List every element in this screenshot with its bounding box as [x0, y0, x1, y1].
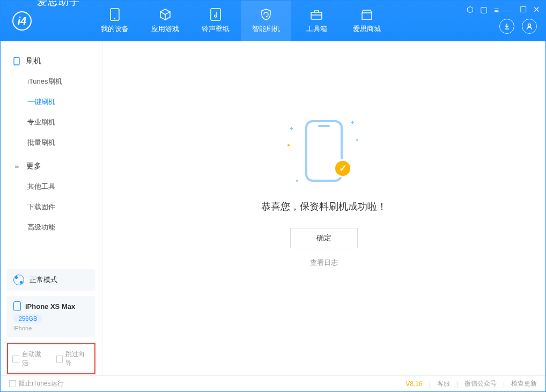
app-header: i4 爱思助手 www.i4.cn 我的设备 应用游戏 铃声壁纸 智能刷机 工具… [1, 1, 545, 41]
mode-label: 正常模式 [29, 275, 57, 285]
section-title: 刷机 [26, 56, 41, 66]
svg-rect-6 [14, 57, 19, 65]
shirt-icon[interactable]: ⬡ [467, 5, 474, 14]
app-name: 爱思助手 [37, 0, 80, 41]
sparkle-icon [351, 121, 354, 124]
tab-label: 铃声壁纸 [202, 24, 230, 34]
checkmark-badge-icon: ✓ [334, 159, 352, 177]
nav-tabs: 我的设备 应用游戏 铃声壁纸 智能刷机 工具箱 爱思商城 [90, 1, 392, 41]
tab-apps-games[interactable]: 应用游戏 [140, 1, 190, 41]
feedback-icon[interactable]: ▢ [480, 5, 488, 14]
refresh-shield-icon [259, 8, 274, 21]
close-icon[interactable]: ✕ [533, 5, 540, 14]
sidebar-item-other-tools[interactable]: 其他工具 [1, 176, 102, 197]
svg-rect-3 [311, 12, 322, 19]
tab-my-device[interactable]: 我的设备 [90, 1, 140, 41]
device-storage: 256GB [13, 314, 42, 323]
sparkle-icon [290, 127, 293, 130]
logo-icon: i4 [12, 11, 32, 31]
options-highlighted-row: 自动激活 跳过向导 [7, 343, 95, 374]
tab-label: 工具箱 [306, 24, 327, 34]
tab-smart-flash[interactable]: 智能刷机 [241, 1, 291, 41]
checkbox-label: 自动激活 [22, 350, 47, 368]
checkbox-icon [56, 356, 63, 363]
svg-rect-2 [211, 9, 220, 20]
skip-guide-checkbox[interactable]: 跳过向导 [56, 350, 91, 368]
ok-button[interactable]: 确定 [290, 228, 358, 248]
cube-icon [158, 8, 173, 21]
dot-icon [296, 180, 298, 182]
tab-label: 应用游戏 [151, 24, 179, 34]
sidebar-section-more: ≡ 更多 [1, 156, 102, 176]
sidebar: 刷机 iTunes刷机 一键刷机 专业刷机 批量刷机 ≡ 更多 其他工具 下载固… [1, 41, 102, 375]
sidebar-item-itunes-flash[interactable]: iTunes刷机 [1, 71, 102, 92]
tab-toolbox[interactable]: 工具箱 [291, 1, 342, 41]
checkbox-icon [9, 380, 16, 387]
logo-area: i4 爱思助手 www.i4.cn [1, 0, 90, 47]
auto-activate-checkbox[interactable]: 自动激活 [12, 350, 47, 368]
tab-store[interactable]: 爱思商城 [342, 1, 392, 41]
device-name: iPhone XS Max [25, 302, 75, 310]
success-message: 恭喜您，保资料刷机成功啦！ [261, 200, 387, 213]
checkbox-label: 跳过向导 [65, 350, 90, 368]
menu-icon[interactable]: ≡ [494, 5, 499, 14]
toolbox-icon [309, 8, 324, 21]
device-box[interactable]: iPhone XS Max 256GB iPhone [7, 296, 95, 337]
dot-icon [287, 144, 290, 146]
tab-ringtones[interactable]: 铃声壁纸 [190, 1, 241, 41]
footer: 阻止iTunes运行 V8.16 | 客服 | 微信公众号 | 检查更新 [1, 375, 545, 391]
device-type: iPhone [13, 325, 89, 331]
success-illustration: ✓ [286, 117, 361, 187]
minimize-icon[interactable]: — [505, 5, 513, 14]
check-update-link[interactable]: 检查更新 [511, 379, 537, 388]
store-icon [359, 8, 374, 21]
version-label: V8.16 [405, 380, 422, 388]
header-actions [499, 19, 537, 34]
maximize-icon[interactable]: ☐ [520, 5, 527, 14]
tab-label: 爱思商城 [353, 24, 381, 34]
music-file-icon [208, 8, 223, 21]
tab-label: 智能刷机 [252, 24, 280, 34]
sidebar-item-download-firmware[interactable]: 下载固件 [1, 197, 102, 217]
tab-label: 我的设备 [101, 24, 129, 34]
download-icon[interactable] [499, 19, 514, 34]
sidebar-item-oneclick-flash[interactable]: 一键刷机 [1, 92, 102, 112]
dot-icon [356, 139, 358, 141]
sidebar-item-batch-flash[interactable]: 批量刷机 [1, 132, 102, 153]
sidebar-item-advanced[interactable]: 高级功能 [1, 217, 102, 238]
sidebar-item-pro-flash[interactable]: 专业刷机 [1, 112, 102, 132]
view-log-link[interactable]: 查看日志 [310, 258, 338, 268]
wechat-link[interactable]: 微信公众号 [464, 379, 497, 388]
device-icon [107, 8, 122, 21]
mode-box[interactable]: 正常模式 [7, 269, 95, 291]
block-itunes-checkbox[interactable]: 阻止iTunes运行 [9, 379, 64, 388]
checkbox-icon [12, 356, 19, 363]
support-link[interactable]: 客服 [437, 379, 450, 388]
phone-icon [13, 301, 21, 311]
section-title: 更多 [26, 161, 41, 171]
svg-point-5 [528, 24, 531, 27]
phone-outline-icon [12, 57, 21, 65]
window-controls: ⬡ ▢ ≡ — ☐ ✕ [467, 5, 540, 14]
checkbox-label: 阻止iTunes运行 [19, 379, 64, 388]
main-content: ✓ 恭喜您，保资料刷机成功啦！ 确定 查看日志 [102, 41, 545, 375]
mode-icon [13, 275, 24, 285]
app-url: www.i4.cn [37, 41, 80, 47]
list-icon: ≡ [12, 162, 21, 171]
svg-point-1 [114, 18, 115, 19]
sidebar-section-flash: 刷机 [1, 51, 102, 71]
user-icon[interactable] [522, 19, 537, 34]
